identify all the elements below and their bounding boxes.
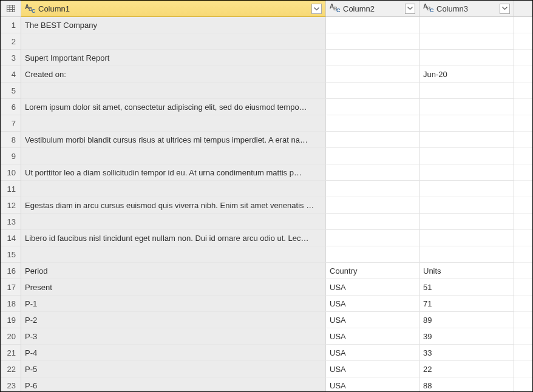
row-number[interactable]: 8 — [1, 132, 21, 148]
row-number[interactable]: 23 — [1, 377, 21, 392]
cell[interactable] — [419, 214, 514, 230]
row-number[interactable]: 17 — [1, 279, 21, 296]
cell[interactable] — [419, 83, 514, 99]
row-number[interactable]: 15 — [1, 246, 21, 263]
row-number[interactable]: 3 — [1, 50, 21, 66]
cell[interactable] — [21, 246, 326, 263]
cell[interactable]: 71 — [419, 296, 514, 312]
cell[interactable] — [21, 148, 326, 164]
row-number[interactable]: 2 — [1, 33, 21, 50]
row-number[interactable]: 22 — [1, 361, 21, 377]
cell[interactable] — [419, 164, 514, 181]
cell[interactable] — [326, 17, 419, 33]
row-number[interactable]: 6 — [1, 99, 21, 115]
row-number[interactable]: 21 — [1, 345, 21, 361]
cell[interactable] — [326, 99, 419, 115]
cell[interactable] — [419, 115, 514, 132]
cell[interactable]: P-1 — [21, 296, 326, 312]
cell[interactable] — [21, 181, 326, 197]
cell[interactable]: 89 — [419, 312, 514, 328]
cell[interactable]: P-3 — [21, 328, 326, 345]
cell[interactable] — [419, 181, 514, 197]
cell[interactable] — [326, 50, 419, 66]
cell[interactable] — [326, 181, 419, 197]
text-type-icon: ABC — [25, 4, 36, 14]
row-number[interactable]: 9 — [1, 148, 21, 164]
cell[interactable] — [326, 33, 419, 50]
cell[interactable] — [419, 246, 514, 263]
select-all-corner[interactable] — [1, 1, 21, 17]
column-filter-dropdown[interactable] — [311, 4, 322, 14]
cell[interactable] — [326, 230, 419, 246]
column-header-1[interactable]: ABCColumn1 — [21, 1, 326, 17]
cell[interactable]: USA — [326, 345, 419, 361]
cell[interactable]: Lorem ipsum dolor sit amet, consectetur … — [21, 99, 326, 115]
row-number[interactable]: 5 — [1, 83, 21, 99]
row-number[interactable]: 16 — [1, 263, 21, 279]
cell[interactable]: USA — [326, 328, 419, 345]
row-number[interactable]: 20 — [1, 328, 21, 345]
column-filter-dropdown[interactable] — [500, 4, 510, 14]
cell[interactable]: Country — [326, 263, 419, 279]
cell[interactable]: Libero id faucibus nisl tincidunt eget n… — [21, 230, 326, 246]
cell[interactable] — [326, 148, 419, 164]
cell[interactable] — [419, 99, 514, 115]
cell[interactable]: Jun-20 — [419, 66, 514, 83]
cell[interactable]: 88 — [419, 377, 514, 392]
cell[interactable] — [326, 197, 419, 214]
row-number[interactable]: 14 — [1, 230, 21, 246]
cell[interactable]: Created on: — [21, 66, 326, 83]
cell[interactable] — [326, 83, 419, 99]
cell[interactable] — [326, 132, 419, 148]
row-number[interactable]: 11 — [1, 181, 21, 197]
cell[interactable]: 39 — [419, 328, 514, 345]
cell[interactable] — [419, 17, 514, 33]
cell[interactable]: Present — [21, 279, 326, 296]
cell[interactable]: USA — [326, 296, 419, 312]
cell[interactable] — [326, 246, 419, 263]
cell[interactable] — [419, 197, 514, 214]
cell[interactable] — [419, 148, 514, 164]
cell[interactable] — [326, 164, 419, 181]
column-filter-dropdown[interactable] — [405, 4, 415, 14]
column-header-2[interactable]: ABCColumn2 — [326, 1, 419, 17]
cell[interactable]: Egestas diam in arcu cursus euismod quis… — [21, 197, 326, 214]
cell[interactable]: Period — [21, 263, 326, 279]
cell[interactable] — [419, 132, 514, 148]
row-number[interactable]: 4 — [1, 66, 21, 83]
cell[interactable] — [326, 66, 419, 83]
cell[interactable]: USA — [326, 377, 419, 392]
column-header-3[interactable]: ABCColumn3 — [419, 1, 514, 17]
cell[interactable] — [419, 50, 514, 66]
row-number[interactable]: 10 — [1, 164, 21, 181]
cell[interactable]: Vestibulum morbi blandit cursus risus at… — [21, 132, 326, 148]
row-number[interactable]: 7 — [1, 115, 21, 132]
cell[interactable] — [21, 214, 326, 230]
cell[interactable]: USA — [326, 361, 419, 377]
row-number[interactable]: 19 — [1, 312, 21, 328]
cell[interactable]: P-4 — [21, 345, 326, 361]
cell[interactable]: 22 — [419, 361, 514, 377]
row-number[interactable]: 13 — [1, 214, 21, 230]
cell[interactable]: P-2 — [21, 312, 326, 328]
cell[interactable]: The BEST Company — [21, 17, 326, 33]
cell[interactable] — [21, 115, 326, 132]
cell[interactable] — [21, 83, 326, 99]
cell[interactable]: Ut porttitor leo a diam sollicitudin tem… — [21, 164, 326, 181]
cell[interactable]: P-6 — [21, 377, 326, 392]
cell[interactable]: Supert Important Report — [21, 50, 326, 66]
cell[interactable] — [326, 214, 419, 230]
row-number[interactable]: 12 — [1, 197, 21, 214]
row-number[interactable]: 18 — [1, 296, 21, 312]
cell[interactable] — [21, 33, 326, 50]
cell[interactable]: 51 — [419, 279, 514, 296]
cell[interactable] — [419, 33, 514, 50]
row-number[interactable]: 1 — [1, 17, 21, 33]
cell[interactable] — [419, 230, 514, 246]
cell[interactable]: P-5 — [21, 361, 326, 377]
cell[interactable]: 33 — [419, 345, 514, 361]
cell[interactable]: USA — [326, 279, 419, 296]
cell[interactable]: Units — [419, 263, 514, 279]
cell[interactable] — [326, 115, 419, 132]
cell[interactable]: USA — [326, 312, 419, 328]
